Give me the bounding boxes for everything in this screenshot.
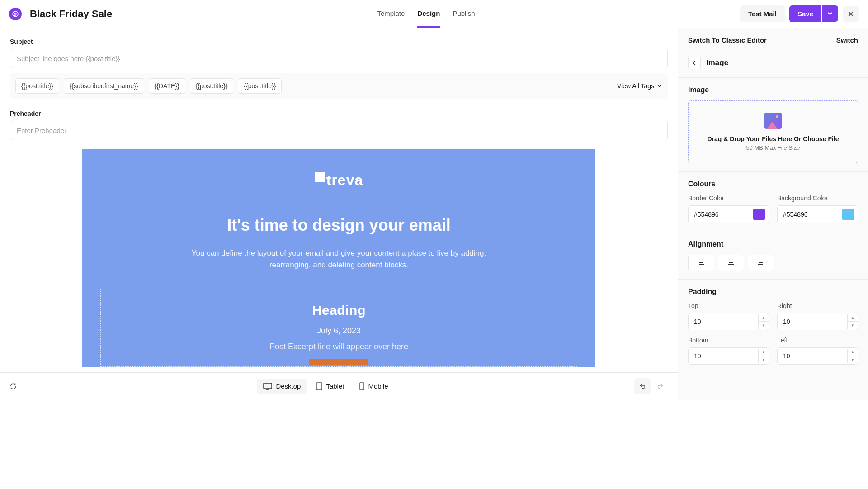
image-section: Image Drag & Drop Your Files Here Or Cho…	[678, 77, 868, 171]
save-dropdown[interactable]	[822, 5, 838, 22]
canvas-block[interactable]: Heading July 6, 2023 Post Excerpt line w…	[100, 289, 577, 367]
step-down[interactable]: ▼	[848, 356, 858, 363]
padding-section: Padding Top 10 ▲▼ Right 10 ▲▼	[678, 279, 868, 373]
padding-top-label: Top	[688, 302, 769, 309]
save-group: Save	[789, 5, 838, 22]
border-color-input[interactable]: #554896	[688, 205, 769, 223]
dropzone-text: Drag & Drop Your Files Here Or Choose Fi…	[700, 135, 846, 142]
align-right-icon	[757, 260, 764, 266]
svg-rect-3	[360, 383, 364, 390]
padding-right-field: Right 10 ▲▼	[777, 302, 858, 330]
align-left-icon	[698, 260, 705, 266]
step-down[interactable]: ▼	[759, 356, 769, 363]
tag-chip[interactable]: {{post.title}}	[238, 78, 282, 94]
preheader-label: Preheader	[10, 110, 668, 117]
colours-heading: Colours	[688, 180, 858, 188]
tab-publish[interactable]: Publish	[453, 0, 475, 28]
step-up[interactable]: ▲	[759, 314, 769, 322]
step-down[interactable]: ▼	[848, 322, 858, 329]
bg-color-field: Background Color #554896	[777, 195, 858, 223]
desktop-icon	[263, 383, 272, 390]
border-swatch[interactable]	[753, 209, 765, 220]
align-center-button[interactable]	[718, 255, 744, 271]
dropzone-sub: 50 MB Max File Size	[700, 144, 846, 151]
bottom-toolbar: Desktop Tablet Mobile	[0, 372, 678, 400]
back-button[interactable]	[688, 57, 701, 69]
step-up[interactable]: ▲	[848, 314, 858, 322]
tag-chip[interactable]: {{subscriber.first_name}}	[64, 78, 144, 94]
step-up[interactable]: ▲	[759, 349, 769, 356]
tag-chip[interactable]: {{DATE}}	[149, 78, 185, 94]
switch-bar: Switch To Classic Editor Switch	[678, 28, 868, 52]
tag-chip[interactable]: {{post.title}}	[15, 78, 59, 94]
tab-template[interactable]: Template	[377, 0, 405, 28]
view-all-tags[interactable]: View All Tags	[617, 82, 662, 90]
block-title: Heading	[110, 303, 568, 318]
block-cta[interactable]	[309, 359, 368, 365]
image-icon	[764, 113, 782, 129]
padding-right-input[interactable]: 10 ▲▼	[777, 313, 858, 330]
history-controls	[634, 378, 669, 394]
tab-design[interactable]: Design	[417, 0, 440, 28]
switch-button[interactable]: Switch	[836, 36, 858, 44]
border-color-field: Border Color #554896	[688, 195, 769, 223]
device-switcher: Desktop Tablet Mobile	[257, 379, 394, 394]
padding-left-input[interactable]: 10 ▲▼	[777, 347, 858, 365]
tags-row: {{post.title}} {{subscriber.first_name}}…	[10, 73, 668, 99]
undo-button[interactable]	[634, 378, 651, 394]
padding-left-label: Left	[777, 337, 858, 344]
image-heading: Image	[688, 86, 858, 94]
align-left-button[interactable]	[688, 255, 714, 271]
save-button[interactable]: Save	[789, 5, 821, 22]
padding-top-input[interactable]: 10 ▲▼	[688, 313, 769, 330]
block-date: July 6, 2023	[110, 326, 568, 336]
close-button[interactable]	[843, 6, 859, 22]
test-mail-button[interactable]: Test Mail	[740, 5, 785, 22]
sidebar: Switch To Classic Editor Switch Image Im…	[678, 28, 868, 400]
bg-swatch[interactable]	[842, 209, 854, 220]
view-all-label: View All Tags	[617, 82, 654, 90]
step-up[interactable]: ▲	[848, 349, 858, 356]
step-down[interactable]: ▼	[759, 322, 769, 329]
device-desktop[interactable]: Desktop	[257, 379, 307, 394]
device-mobile[interactable]: Mobile	[353, 379, 394, 394]
padding-heading: Padding	[688, 288, 858, 296]
block-excerpt: Post Excerpt line will appear over here	[110, 342, 568, 351]
padding-bottom-input[interactable]: 10 ▲▼	[688, 347, 769, 365]
padding-bottom-label: Bottom	[688, 337, 769, 344]
colours-section: Colours Border Color #554896 Background …	[678, 171, 868, 232]
chevron-down-icon	[657, 83, 662, 89]
canvas-heading: It's time to design your email	[100, 216, 577, 235]
breadcrumb: Image	[678, 52, 868, 77]
app-header: Black Friday Sale Template Design Publis…	[0, 0, 868, 28]
tag-chip[interactable]: {{post.title}}	[190, 78, 234, 94]
main-panel: Subject {{post.title}} {{subscriber.firs…	[0, 28, 678, 400]
subject-input[interactable]	[10, 49, 668, 68]
device-tablet[interactable]: Tablet	[310, 379, 350, 394]
padding-left-field: Left 10 ▲▼	[777, 337, 858, 365]
preheader-input[interactable]	[10, 121, 668, 140]
image-dropzone[interactable]: Drag & Drop Your Files Here Or Choose Fi…	[688, 100, 858, 163]
redo-button[interactable]	[652, 378, 669, 394]
padding-top-field: Top 10 ▲▼	[688, 302, 769, 330]
tablet-icon	[316, 382, 322, 390]
header-actions: Test Mail Save	[740, 5, 859, 22]
mobile-icon	[359, 382, 364, 390]
alignment-section: Alignment	[678, 232, 868, 279]
padding-right-label: Right	[777, 302, 858, 309]
svg-rect-2	[316, 383, 322, 390]
page-title: Black Friday Sale	[30, 8, 112, 20]
border-color-label: Border Color	[688, 195, 769, 202]
align-center-icon	[727, 260, 735, 266]
bg-color-input[interactable]: #554896	[777, 205, 858, 223]
padding-bottom-field: Bottom 10 ▲▼	[688, 337, 769, 365]
email-canvas[interactable]: treva It's time to design your email You…	[82, 149, 595, 367]
header-tabs: Template Design Publish	[377, 0, 475, 28]
canvas-body: You can define the layout of your email …	[185, 247, 492, 271]
refresh-button[interactable]	[9, 382, 17, 390]
crumb-label: Image	[706, 58, 728, 67]
chevron-left-icon	[692, 60, 697, 66]
canvas-logo: treva	[315, 172, 363, 189]
align-right-button[interactable]	[748, 255, 774, 271]
switch-label: Switch To Classic Editor	[688, 36, 767, 44]
